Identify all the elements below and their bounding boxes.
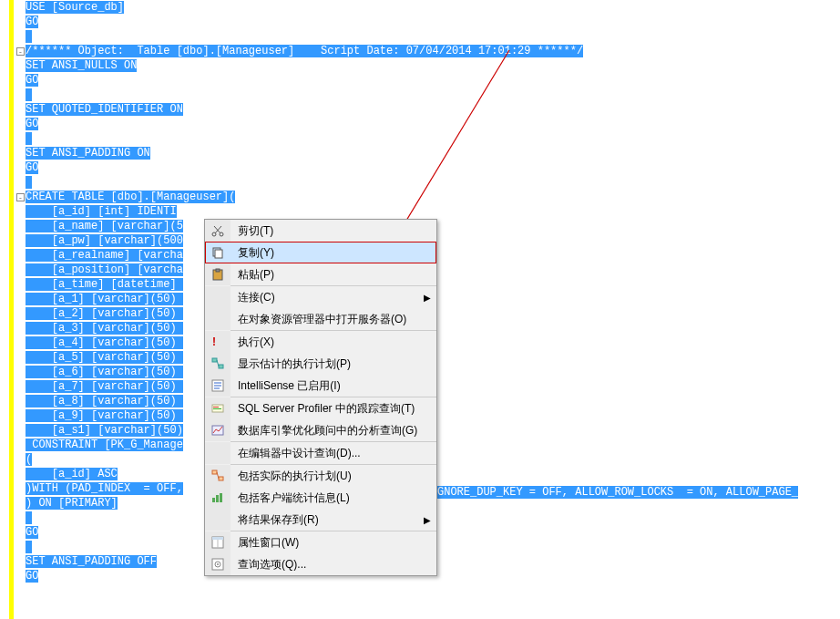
menu-item-label: 在编辑器中设计查询(D)... [230,446,420,461]
code-line: GO [26,73,583,88]
menu-item-label: IntelliSense 已启用(I) [230,378,420,394]
svg-rect-26 [216,495,219,502]
menu-item-cut[interactable]: 剪切(T) [205,220,436,242]
menu-item-label: 将结果保存到(R) [230,512,420,528]
menu-item-item[interactable]: 在对象资源管理器中打开服务器(O) [205,308,436,330]
svg-rect-22 [212,470,217,474]
submenu-arrow-icon: ▶ [424,515,431,525]
code-line [26,131,583,146]
svg-rect-19 [213,407,219,408]
svg-rect-20 [213,408,221,409]
context-menu: 剪切(T)复制(Y)粘贴(P)连接(C)▶在对象资源管理器中打开服务器(O)!执… [204,219,437,576]
submenu-arrow-icon: ▶ [424,293,431,303]
code-line: SET ANSI_PADDING ON [26,146,583,160]
svg-line-13 [217,360,219,366]
menu-item-label: 显示估计的执行计划(P) [230,356,420,372]
svg-rect-27 [220,493,222,502]
menu-item-options[interactable]: 查询选项(Q)... [205,553,436,575]
paste-icon [205,263,230,285]
menu-item-label: SQL Server Profiler 中的跟踪查询(T) [230,401,420,417]
plan-icon [205,353,230,375]
code-line: SET QUOTED_IDENTIFIER ON [26,102,583,117]
menu-item-props[interactable]: 属性窗口(W) [205,531,436,553]
menu-item-item[interactable]: 连接(C)▶ [205,286,436,308]
code-line: [a_id] [int] IDENTI [26,204,583,219]
plan2-icon [205,465,230,487]
svg-rect-12 [219,365,223,368]
stats-icon [205,487,230,509]
code-line [26,88,583,102]
menu-item-label: 包括实际的执行计划(U) [230,469,420,484]
execute-icon: ! [205,331,230,353]
copy-icon [205,242,230,263]
menu-item-label: 执行(X) [230,335,420,350]
menu-item-paste[interactable]: 粘贴(P) [205,263,436,285]
menu-item-copy[interactable]: 复制(Y) [205,242,436,263]
code-line: GO [26,160,583,175]
cut-icon [205,220,230,242]
svg-rect-11 [212,358,217,362]
menu-item-plan2[interactable]: 包括实际的执行计划(U) [205,465,436,487]
menu-item-execute[interactable]: !执行(X) [205,331,436,353]
svg-point-33 [217,563,219,565]
svg-rect-23 [219,477,223,480]
svg-rect-9 [216,269,220,272]
code-line [26,175,583,190]
collapse-toggle[interactable]: - [16,193,25,201]
code-line: GO [26,15,583,29]
change-indicator-bar [9,0,14,619]
svg-rect-25 [212,498,215,502]
code-line: GO [26,117,583,131]
menu-item-label: 在对象资源管理器中打开服务器(O) [230,312,420,327]
tuning-icon [205,419,230,441]
blank-icon [205,308,230,330]
collapse-toggle[interactable]: - [16,47,25,56]
props-icon [205,531,230,553]
options-icon [205,553,230,575]
menu-item-label: 粘贴(P) [230,267,420,283]
code-line-overflow: GNORE_DUP_KEY = OFF, ALLOW_ROW_LOCKS = O… [437,485,798,500]
menu-item-item[interactable]: 在编辑器中设计查询(D)... [205,442,436,464]
menu-item-profiler[interactable]: SQL Server Profiler 中的跟踪查询(T) [205,397,436,419]
menu-item-plan[interactable]: 显示估计的执行计划(P) [205,353,436,375]
code-line: USE [Source_db] [26,0,583,15]
menu-item-tuning[interactable]: 数据库引擎优化顾问中的分析查询(G) [205,419,436,441]
svg-rect-7 [215,250,222,258]
menu-item-label: 剪切(T) [230,223,420,239]
svg-line-24 [217,472,219,479]
blank-icon [205,286,230,308]
blank-icon [205,509,230,531]
menu-item-label: 数据库引擎优化顾问中的分析查询(G) [230,423,420,438]
menu-item-label: 属性窗口(W) [230,535,420,551]
profiler-icon [205,397,230,419]
code-line: /****** Object: Table [dbo].[Manageuser]… [26,44,583,58]
menu-item-item[interactable]: 将结果保存到(R)▶ [205,509,436,531]
svg-rect-29 [212,537,223,540]
intellisense-icon [205,375,230,397]
menu-item-intellisense[interactable]: IntelliSense 已启用(I) [205,375,436,397]
menu-item-label: 复制(Y) [230,245,420,261]
blank-icon [205,442,230,464]
menu-item-label: 查询选项(Q)... [230,557,420,573]
code-line: CREATE TABLE [dbo].[Manageuser]( [26,190,583,204]
code-line: SET ANSI_NULLS ON [26,58,583,73]
code-line [26,29,583,44]
menu-item-stats[interactable]: 包括客户端统计信息(L) [205,487,436,509]
menu-item-label: 连接(C) [230,290,420,305]
menu-item-label: 包括客户端统计信息(L) [230,490,420,506]
svg-text:!: ! [212,335,216,348]
